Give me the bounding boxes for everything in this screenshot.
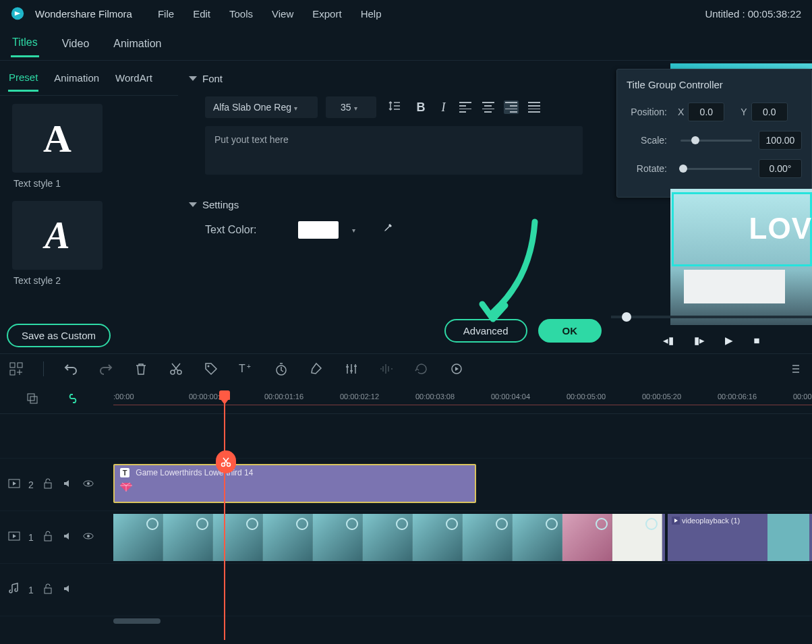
- mute-icon[interactable]: [62, 583, 74, 597]
- next-frame-button[interactable]: ▮▸: [694, 334, 705, 347]
- line-spacing-button[interactable]: [384, 97, 405, 118]
- audio-track-icon[interactable]: [8, 583, 20, 597]
- preset-item-1[interactable]: A: [12, 104, 103, 173]
- scale-input[interactable]: 100.00: [759, 131, 802, 150]
- redo-icon[interactable]: [98, 361, 114, 377]
- text-input[interactable]: Put yout text here: [205, 126, 583, 175]
- playhead-handle[interactable]: [219, 390, 230, 400]
- audio-wave-icon[interactable]: [378, 361, 395, 377]
- menu-edit[interactable]: Edit: [189, 7, 214, 21]
- prev-frame-button[interactable]: ◂▮: [663, 334, 674, 347]
- link-icon[interactable]: [65, 390, 81, 407]
- section-font-label: Font: [202, 73, 223, 84]
- text-add-icon[interactable]: T+: [238, 361, 254, 377]
- italic-button[interactable]: I: [438, 98, 450, 117]
- align-right-button[interactable]: [504, 100, 519, 114]
- svg-text:T: T: [239, 363, 245, 374]
- ok-button[interactable]: OK: [538, 319, 602, 343]
- rotate-label: Rotate:: [627, 163, 674, 174]
- tag-icon[interactable]: [203, 361, 219, 377]
- add-media-icon[interactable]: [8, 361, 24, 377]
- adjust-icon[interactable]: [343, 361, 359, 377]
- delete-icon[interactable]: [133, 361, 149, 377]
- preset-item-2[interactable]: A: [12, 201, 103, 270]
- bold-button[interactable]: B: [413, 98, 430, 117]
- cut-icon[interactable]: [168, 361, 184, 377]
- text-color-swatch[interactable]: [298, 221, 339, 239]
- menubar: Wondershare Filmora File Edit Tools View…: [0, 0, 812, 27]
- svg-rect-20: [45, 535, 51, 541]
- section-font-header[interactable]: Font: [189, 67, 600, 90]
- mute-icon[interactable]: [62, 530, 74, 544]
- preset-label-1: Text style 1: [13, 178, 166, 189]
- tab-video[interactable]: Video: [61, 31, 91, 57]
- position-y-input[interactable]: 0.0: [751, 103, 788, 121]
- eyedropper-icon[interactable]: [382, 223, 393, 237]
- svg-rect-16: [45, 483, 51, 488]
- preset-glyph: A: [43, 116, 71, 161]
- chevron-down-icon: ▾: [294, 105, 297, 112]
- position-x-input[interactable]: 0.0: [688, 103, 724, 121]
- mute-icon[interactable]: [62, 477, 74, 492]
- lock-icon[interactable]: [42, 583, 54, 597]
- video-track-icon[interactable]: [8, 477, 20, 492]
- menu-file[interactable]: File: [154, 7, 178, 21]
- menu-help[interactable]: Help: [357, 7, 386, 21]
- playhead[interactable]: [224, 391, 225, 640]
- menu-view[interactable]: View: [268, 7, 297, 21]
- scrubber-handle[interactable]: [622, 312, 631, 322]
- stopwatch-icon[interactable]: [273, 361, 289, 377]
- scale-slider[interactable]: [680, 140, 752, 142]
- align-justify-button[interactable]: [527, 100, 542, 114]
- text-clip-icon: T: [120, 468, 129, 477]
- secondary-tabs: Preset Animation WordArt: [0, 61, 178, 96]
- advanced-button[interactable]: Advanced: [444, 319, 527, 343]
- lock-icon[interactable]: [42, 530, 54, 544]
- duplicate-icon[interactable]: [24, 390, 40, 407]
- timeline-hscroll[interactable]: [0, 616, 812, 626]
- track-number: 1: [28, 532, 34, 543]
- undo-icon[interactable]: [63, 361, 79, 377]
- tab-titles[interactable]: Titles: [11, 30, 39, 57]
- chevron-down-icon[interactable]: ▾: [352, 227, 355, 234]
- preview-scrubber[interactable]: [611, 316, 812, 318]
- video-track-icon[interactable]: [8, 530, 20, 544]
- subtab-animation[interactable]: Animation: [53, 65, 100, 90]
- paint-icon[interactable]: [308, 361, 324, 377]
- align-center-button[interactable]: [481, 100, 496, 114]
- split-handle[interactable]: [216, 450, 236, 473]
- font-family-select[interactable]: Alfa Slab One Reg▾: [205, 96, 318, 118]
- settings-icon[interactable]: [788, 361, 804, 377]
- menu-export[interactable]: Export: [308, 7, 345, 21]
- lock-icon[interactable]: [42, 477, 54, 492]
- app-logo-icon: [11, 7, 24, 20]
- left-panel: Preset Animation WordArt A Text style 1 …: [0, 61, 178, 349]
- visibility-icon[interactable]: [82, 530, 94, 544]
- align-left-button[interactable]: [458, 100, 473, 114]
- track-audio: 1: [0, 564, 812, 616]
- stop-button[interactable]: ■: [753, 334, 759, 347]
- section-settings-header[interactable]: Settings: [189, 194, 600, 216]
- video-clip-2[interactable]: videoplayback (1): [668, 514, 809, 561]
- scrollbar-handle[interactable]: [113, 618, 161, 624]
- title-clip[interactable]: T Game Lowerthirds Lowerthird 14: [113, 464, 476, 503]
- playback-controls: ◂▮ ▮▸ ▶ ■: [611, 334, 812, 347]
- loop-icon[interactable]: [448, 361, 465, 377]
- gem-icon: [120, 481, 132, 492]
- visibility-icon[interactable]: [82, 477, 94, 492]
- tab-animation[interactable]: Animation: [112, 31, 163, 57]
- track-number: 2: [28, 479, 34, 490]
- font-size-select[interactable]: 35▾: [326, 96, 376, 118]
- subtab-wordart[interactable]: WordArt: [115, 65, 153, 90]
- track-number: 1: [28, 585, 34, 595]
- rotate-input[interactable]: 0.00°: [759, 159, 802, 178]
- menu-tools[interactable]: Tools: [225, 7, 257, 21]
- time-ruler[interactable]: :00:00 00:00:00:20 00:00:01:16 00:00:02:…: [113, 383, 812, 413]
- preview-viewport[interactable]: LOV: [670, 189, 812, 325]
- play-button[interactable]: ▶: [725, 334, 733, 347]
- subtab-preset[interactable]: Preset: [8, 65, 38, 92]
- rotate-slider[interactable]: [680, 168, 752, 170]
- save-as-custom-button[interactable]: Save as Custom: [7, 324, 111, 347]
- refresh-icon[interactable]: [413, 361, 430, 377]
- track-title: 2 T Game Lowerthirds Lowerthird 14: [0, 459, 812, 511]
